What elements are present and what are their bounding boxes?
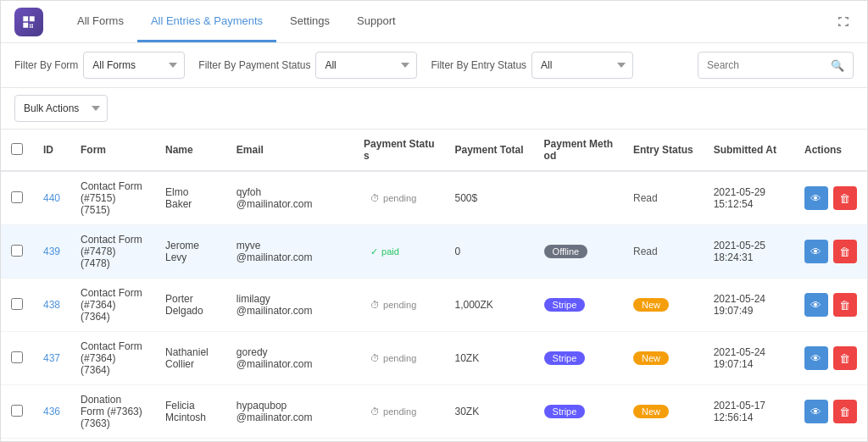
row-submitted-at: 2021-05-17 12:53:55 [704, 439, 794, 442]
actions-cell: 👁🗑 [804, 346, 857, 370]
filter-by-payment-group: Filter By Payment Status All Pending Pai… [198, 52, 417, 79]
row-payment-method: Stripe [534, 332, 623, 385]
table-header-row: ID Form Name Email Payment Status Paymen… [1, 130, 867, 171]
row-actions: 👁🗑 [794, 279, 867, 332]
row-email: limilagy@mailinator.com [226, 279, 353, 332]
row-id-link[interactable]: 440 [43, 192, 60, 204]
view-button[interactable]: 👁 [804, 186, 828, 210]
row-checkbox-cell [1, 279, 33, 332]
header-submitted-at: Submitted At [704, 130, 794, 171]
filter-by-form-select[interactable]: All Forms Contact Form Donation Form Bla… [83, 52, 185, 79]
row-id: 435 [33, 439, 70, 442]
view-button[interactable]: 👁 [804, 293, 828, 317]
row-checkbox-cell [1, 171, 33, 225]
logo-icon [20, 14, 37, 30]
row-actions: 👁🗑 [794, 332, 867, 385]
header-id: ID [33, 130, 70, 171]
row-checkbox-cell [1, 332, 33, 385]
table-container: ID Form Name Email Payment Status Paymen… [1, 130, 867, 441]
bulk-bar: Bulk Actions Delete [1, 88, 867, 130]
row-checkbox[interactable] [11, 298, 23, 310]
row-payment-method [534, 171, 623, 225]
row-checkbox[interactable] [11, 191, 23, 203]
row-name: Felicia Mcintosh [155, 385, 226, 439]
search-box: 🔍 [698, 52, 854, 79]
table-row: 440Contact Form (#7515) (7515)Elmo Baker… [1, 171, 867, 225]
row-entry-status: New [623, 439, 704, 442]
row-payment-total: 0 [444, 439, 533, 442]
expand-icon[interactable] [833, 12, 854, 32]
delete-button[interactable]: 🗑 [833, 240, 857, 263]
row-submitted-at: 2021-05-29 15:12:54 [704, 171, 794, 225]
tab-settings[interactable]: Settings [276, 1, 343, 42]
header-entry-status: Entry Status [623, 130, 704, 171]
row-payment-status: ⏱ pending [353, 439, 444, 442]
filter-by-payment-select[interactable]: All Pending Paid [315, 52, 417, 79]
row-form: Blank Form (#7420) (7420) [70, 439, 155, 442]
actions-cell: 👁🗑 [804, 240, 857, 263]
row-checkbox[interactable] [11, 351, 23, 363]
tab-all-entries[interactable]: All Entries & Payments [137, 1, 276, 42]
filter-by-entry-select[interactable]: All New Read [531, 52, 633, 79]
row-checkbox[interactable] [11, 245, 23, 257]
row-form: Contact Form (#7364) (7364) [70, 332, 155, 385]
row-checkbox-cell [1, 225, 33, 279]
view-button[interactable]: 👁 [804, 346, 828, 370]
row-payment-method: Offline [534, 225, 623, 279]
header-actions: Actions [794, 130, 867, 171]
view-button[interactable]: 👁 [804, 400, 828, 423]
row-entry-status: Read [623, 171, 704, 225]
row-name: Porter Delgado [155, 279, 226, 332]
row-payment-status: ⏱ pending [353, 279, 444, 332]
row-email: hypaqubop@mailinator.com [226, 385, 353, 439]
bulk-actions-select[interactable]: Bulk Actions Delete [14, 95, 108, 122]
table-row: 435Blank Form (#7420) (7420)Rafi Ahmedra… [1, 439, 867, 442]
row-actions: 👁🗑 [794, 171, 867, 225]
delete-button[interactable]: 🗑 [833, 346, 857, 370]
tab-all-forms[interactable]: All Forms [64, 1, 137, 42]
row-entry-status: Read [623, 225, 704, 279]
row-email: rafi@wpmanagerninja.com [226, 439, 353, 442]
row-id: 437 [33, 332, 70, 385]
nav-tabs: All Forms All Entries & Payments Setting… [64, 1, 409, 42]
row-checkbox-cell [1, 439, 33, 442]
row-checkbox[interactable] [11, 405, 23, 417]
app-container: All Forms All Entries & Payments Setting… [0, 0, 868, 442]
actions-cell: 👁🗑 [804, 400, 857, 423]
row-payment-method: Stripe [534, 385, 623, 439]
row-name: Elmo Baker [155, 171, 226, 225]
row-payment-status: ⏱ pending [353, 385, 444, 439]
delete-button[interactable]: 🗑 [833, 400, 857, 423]
row-payment-status: ⏱ pending [353, 332, 444, 385]
table-row: 437Contact Form (#7364) (7364)Nathaniel … [1, 332, 867, 385]
search-input[interactable] [707, 59, 826, 71]
row-id-link[interactable]: 436 [43, 406, 60, 417]
delete-button[interactable]: 🗑 [833, 186, 857, 210]
view-button[interactable]: 👁 [804, 240, 828, 263]
row-name: Rafi Ahmed [155, 439, 226, 442]
row-payment-total: 500$ [444, 171, 533, 225]
row-form: Contact Form (#7364) (7364) [70, 279, 155, 332]
row-payment-total: 10ZK [444, 332, 533, 385]
filter-by-form-label: Filter By Form [14, 59, 78, 71]
delete-button[interactable]: 🗑 [833, 293, 857, 317]
row-submitted-at: 2021-05-24 19:07:49 [704, 279, 794, 332]
row-checkbox-cell [1, 385, 33, 439]
row-id-link[interactable]: 439 [43, 246, 60, 257]
actions-cell: 👁🗑 [804, 293, 857, 317]
row-submitted-at: 2021-05-25 18:24:31 [704, 225, 794, 279]
nav-bar: All Forms All Entries & Payments Setting… [1, 1, 867, 43]
row-id-link[interactable]: 437 [43, 352, 60, 364]
row-payment-total: 30ZK [444, 385, 533, 439]
table-row: 438Contact Form (#7364) (7364)Porter Del… [1, 279, 867, 332]
tab-support[interactable]: Support [343, 1, 409, 42]
filter-by-entry-group: Filter By Entry Status All New Read [431, 52, 633, 79]
row-id: 439 [33, 225, 70, 279]
select-all-checkbox[interactable] [11, 143, 23, 155]
table-row: 439Contact Form (#7478) (7478)Jerome Lev… [1, 225, 867, 279]
filter-by-payment-label: Filter By Payment Status [198, 59, 310, 71]
row-form: Contact Form (#7478) (7478) [70, 225, 155, 279]
row-id-link[interactable]: 438 [43, 299, 60, 311]
row-payment-method: Stripe [534, 439, 623, 442]
row-id: 436 [33, 385, 70, 439]
